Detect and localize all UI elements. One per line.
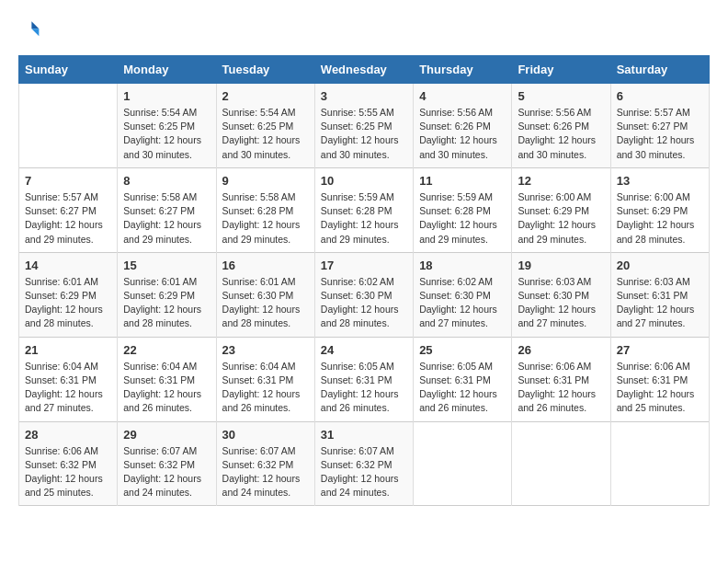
calendar-cell: 26Sunrise: 6:06 AMSunset: 6:31 PMDayligh… bbox=[512, 337, 610, 421]
day-info: Sunrise: 6:02 AMSunset: 6:30 PMDaylight:… bbox=[321, 275, 407, 331]
calendar-cell: 20Sunrise: 6:03 AMSunset: 6:31 PMDayligh… bbox=[610, 252, 709, 337]
day-number: 2 bbox=[222, 89, 309, 103]
day-number: 30 bbox=[222, 428, 309, 442]
day-info: Sunrise: 6:01 AMSunset: 6:29 PMDaylight:… bbox=[25, 275, 111, 331]
day-number: 14 bbox=[25, 259, 111, 272]
day-number: 5 bbox=[518, 89, 604, 103]
week-row-1: 1Sunrise: 5:54 AMSunset: 6:25 PMDaylight… bbox=[19, 84, 710, 168]
day-info: Sunrise: 5:56 AMSunset: 6:26 PMDaylight:… bbox=[518, 106, 604, 162]
day-info: Sunrise: 5:54 AMSunset: 6:25 PMDaylight:… bbox=[123, 106, 210, 162]
day-info: Sunrise: 6:01 AMSunset: 6:29 PMDaylight:… bbox=[123, 275, 210, 331]
day-info: Sunrise: 6:07 AMSunset: 6:32 PMDaylight:… bbox=[222, 444, 309, 500]
calendar-cell: 2Sunrise: 5:54 AMSunset: 6:25 PMDaylight… bbox=[216, 84, 314, 168]
day-number: 29 bbox=[123, 428, 210, 442]
calendar-cell: 27Sunrise: 6:06 AMSunset: 6:31 PMDayligh… bbox=[610, 337, 709, 421]
calendar-body: 1Sunrise: 5:54 AMSunset: 6:25 PMDaylight… bbox=[19, 84, 710, 506]
day-number: 10 bbox=[321, 174, 407, 188]
day-info: Sunrise: 6:06 AMSunset: 6:32 PMDaylight:… bbox=[25, 444, 111, 500]
header-tuesday: Tuesday bbox=[216, 56, 314, 84]
day-number: 11 bbox=[419, 174, 506, 188]
day-info: Sunrise: 6:01 AMSunset: 6:30 PMDaylight:… bbox=[222, 275, 309, 331]
calendar-cell bbox=[414, 421, 512, 506]
day-number: 9 bbox=[222, 174, 309, 188]
day-number: 16 bbox=[222, 259, 309, 272]
calendar-cell: 7Sunrise: 5:57 AMSunset: 6:27 PMDaylight… bbox=[19, 167, 118, 252]
day-number: 17 bbox=[321, 259, 407, 272]
logo-icon bbox=[18, 18, 40, 40]
calendar-cell: 25Sunrise: 6:05 AMSunset: 6:31 PMDayligh… bbox=[414, 337, 512, 421]
day-number: 8 bbox=[123, 174, 210, 188]
svg-marker-1 bbox=[31, 29, 39, 36]
day-info: Sunrise: 5:58 AMSunset: 6:28 PMDaylight:… bbox=[222, 190, 309, 247]
week-row-4: 21Sunrise: 6:04 AMSunset: 6:31 PMDayligh… bbox=[19, 337, 710, 421]
day-info: Sunrise: 5:59 AMSunset: 6:28 PMDaylight:… bbox=[419, 190, 506, 247]
calendar-cell: 21Sunrise: 6:04 AMSunset: 6:31 PMDayligh… bbox=[19, 337, 118, 421]
logo bbox=[18, 18, 44, 40]
day-number: 31 bbox=[321, 428, 407, 442]
calendar-cell: 18Sunrise: 6:02 AMSunset: 6:30 PMDayligh… bbox=[414, 252, 512, 337]
calendar-cell: 17Sunrise: 6:02 AMSunset: 6:30 PMDayligh… bbox=[314, 252, 413, 337]
day-number: 22 bbox=[123, 343, 210, 357]
day-info: Sunrise: 5:54 AMSunset: 6:25 PMDaylight:… bbox=[222, 106, 309, 162]
day-number: 28 bbox=[25, 428, 111, 442]
day-info: Sunrise: 6:06 AMSunset: 6:31 PMDaylight:… bbox=[518, 360, 604, 416]
day-number: 26 bbox=[518, 343, 604, 357]
calendar-cell: 19Sunrise: 6:03 AMSunset: 6:30 PMDayligh… bbox=[512, 252, 610, 337]
day-number: 6 bbox=[617, 89, 703, 103]
day-number: 25 bbox=[419, 343, 506, 357]
day-number: 20 bbox=[617, 259, 703, 272]
day-number: 3 bbox=[321, 89, 407, 103]
day-info: Sunrise: 6:03 AMSunset: 6:31 PMDaylight:… bbox=[617, 275, 703, 331]
day-number: 4 bbox=[419, 89, 506, 103]
day-number: 19 bbox=[518, 259, 604, 272]
header-wednesday: Wednesday bbox=[314, 56, 413, 84]
calendar-cell: 11Sunrise: 5:59 AMSunset: 6:28 PMDayligh… bbox=[414, 167, 512, 252]
page-header bbox=[18, 18, 710, 40]
week-row-5: 28Sunrise: 6:06 AMSunset: 6:32 PMDayligh… bbox=[19, 421, 710, 506]
week-row-3: 14Sunrise: 6:01 AMSunset: 6:29 PMDayligh… bbox=[19, 252, 710, 337]
calendar-cell: 23Sunrise: 6:04 AMSunset: 6:31 PMDayligh… bbox=[216, 337, 314, 421]
calendar-cell: 12Sunrise: 6:00 AMSunset: 6:29 PMDayligh… bbox=[512, 167, 610, 252]
calendar-cell: 29Sunrise: 6:07 AMSunset: 6:32 PMDayligh… bbox=[118, 421, 216, 506]
day-number: 7 bbox=[25, 174, 111, 188]
header-sunday: Sunday bbox=[19, 56, 118, 84]
calendar-cell: 15Sunrise: 6:01 AMSunset: 6:29 PMDayligh… bbox=[118, 252, 216, 337]
day-info: Sunrise: 6:06 AMSunset: 6:31 PMDaylight:… bbox=[617, 360, 703, 416]
header-friday: Friday bbox=[512, 56, 610, 84]
calendar-cell: 4Sunrise: 5:56 AMSunset: 6:26 PMDaylight… bbox=[414, 84, 512, 168]
day-number: 12 bbox=[518, 174, 604, 188]
calendar-table: SundayMondayTuesdayWednesdayThursdayFrid… bbox=[18, 55, 710, 506]
day-info: Sunrise: 5:55 AMSunset: 6:25 PMDaylight:… bbox=[321, 106, 407, 162]
day-number: 18 bbox=[419, 259, 506, 272]
svg-marker-0 bbox=[31, 21, 39, 29]
day-info: Sunrise: 5:57 AMSunset: 6:27 PMDaylight:… bbox=[617, 106, 703, 162]
calendar-cell: 16Sunrise: 6:01 AMSunset: 6:30 PMDayligh… bbox=[216, 252, 314, 337]
day-info: Sunrise: 6:03 AMSunset: 6:30 PMDaylight:… bbox=[518, 275, 604, 331]
day-info: Sunrise: 5:58 AMSunset: 6:27 PMDaylight:… bbox=[123, 190, 210, 247]
day-info: Sunrise: 5:57 AMSunset: 6:27 PMDaylight:… bbox=[25, 190, 111, 247]
calendar-cell bbox=[512, 421, 610, 506]
day-info: Sunrise: 6:05 AMSunset: 6:31 PMDaylight:… bbox=[419, 360, 506, 416]
calendar-cell bbox=[610, 421, 709, 506]
day-info: Sunrise: 5:56 AMSunset: 6:26 PMDaylight:… bbox=[419, 106, 506, 162]
calendar-cell: 30Sunrise: 6:07 AMSunset: 6:32 PMDayligh… bbox=[216, 421, 314, 506]
day-number: 24 bbox=[321, 343, 407, 357]
day-info: Sunrise: 6:04 AMSunset: 6:31 PMDaylight:… bbox=[123, 360, 210, 416]
header-monday: Monday bbox=[118, 56, 216, 84]
header-thursday: Thursday bbox=[414, 56, 512, 84]
calendar-cell: 9Sunrise: 5:58 AMSunset: 6:28 PMDaylight… bbox=[216, 167, 314, 252]
day-number: 15 bbox=[123, 259, 210, 272]
calendar-cell: 8Sunrise: 5:58 AMSunset: 6:27 PMDaylight… bbox=[118, 167, 216, 252]
calendar-cell: 28Sunrise: 6:06 AMSunset: 6:32 PMDayligh… bbox=[19, 421, 118, 506]
calendar-cell: 1Sunrise: 5:54 AMSunset: 6:25 PMDaylight… bbox=[118, 84, 216, 168]
calendar-cell: 14Sunrise: 6:01 AMSunset: 6:29 PMDayligh… bbox=[19, 252, 118, 337]
day-info: Sunrise: 6:05 AMSunset: 6:31 PMDaylight:… bbox=[321, 360, 407, 416]
calendar-cell bbox=[19, 84, 118, 168]
day-info: Sunrise: 6:02 AMSunset: 6:30 PMDaylight:… bbox=[419, 275, 506, 331]
calendar-cell: 10Sunrise: 5:59 AMSunset: 6:28 PMDayligh… bbox=[314, 167, 413, 252]
calendar-cell: 3Sunrise: 5:55 AMSunset: 6:25 PMDaylight… bbox=[314, 84, 413, 168]
calendar-cell: 22Sunrise: 6:04 AMSunset: 6:31 PMDayligh… bbox=[118, 337, 216, 421]
calendar-cell: 5Sunrise: 5:56 AMSunset: 6:26 PMDaylight… bbox=[512, 84, 610, 168]
day-number: 23 bbox=[222, 343, 309, 357]
day-info: Sunrise: 5:59 AMSunset: 6:28 PMDaylight:… bbox=[321, 190, 407, 247]
